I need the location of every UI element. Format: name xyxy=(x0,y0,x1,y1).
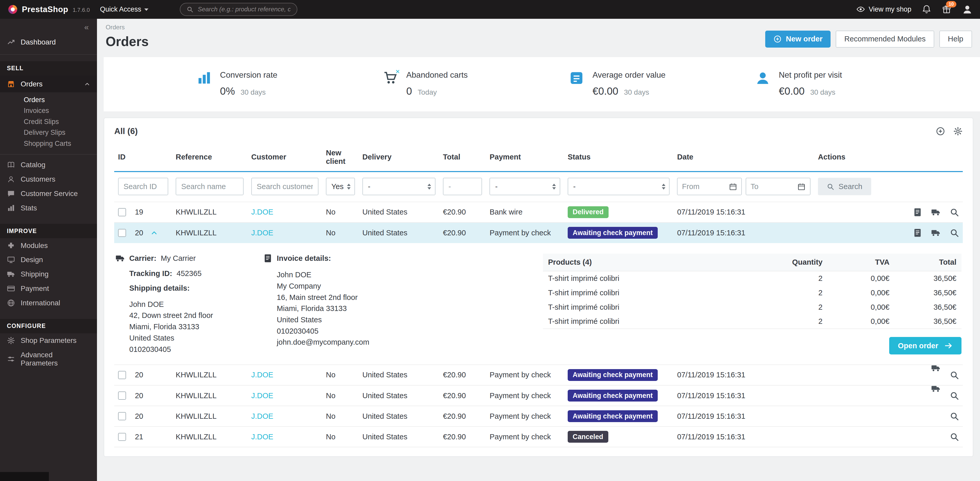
new-order-button[interactable]: New order xyxy=(765,30,830,48)
brand[interactable]: PrestaShop 1.7.6.0 xyxy=(8,4,100,15)
view-order-icon[interactable] xyxy=(950,391,959,400)
sidebar-item-catalog[interactable]: Catalog xyxy=(0,158,97,172)
sidebar-item-customers[interactable]: Customers xyxy=(0,172,97,186)
customer-link[interactable]: J.DOE xyxy=(251,229,274,237)
sidebar-item-customer-service[interactable]: Customer Service xyxy=(0,186,97,201)
row-checkbox[interactable] xyxy=(118,412,126,420)
filter-status-select[interactable]: - xyxy=(568,178,670,195)
cell-reference: KHWLILZLL xyxy=(172,365,248,385)
col-header-status[interactable]: Status xyxy=(564,142,673,172)
notifications-button[interactable] xyxy=(922,5,931,14)
status-badge: Delivered xyxy=(568,206,609,218)
sidebar-item-stats[interactable]: Stats xyxy=(0,201,97,215)
delivery-slip-icon[interactable] xyxy=(931,363,940,373)
row-checkbox[interactable] xyxy=(118,229,126,237)
col-header-reference[interactable]: Reference xyxy=(172,142,248,172)
cell-payment: Payment by check xyxy=(486,223,564,243)
customer-link[interactable]: J.DOE xyxy=(251,208,274,216)
store-icon xyxy=(7,80,15,88)
invoice-address: John DOE My Company 16, Main street 2nd … xyxy=(263,269,543,348)
cell-reference: KHWLILZLL xyxy=(172,385,248,406)
sidebar-subitem-shopping-carts[interactable]: Shopping Carts xyxy=(0,138,97,149)
user-icon xyxy=(962,4,972,15)
col-header-customer[interactable]: Customer xyxy=(247,142,322,172)
view-order-icon[interactable] xyxy=(950,228,959,237)
sidebar-item-orders[interactable]: Orders xyxy=(0,76,97,92)
row-checkbox[interactable] xyxy=(118,433,126,441)
sidebar-item-shop-parameters[interactable]: Shop Parameters xyxy=(0,333,97,348)
delivery-slip-icon[interactable] xyxy=(931,384,940,393)
cell-actions xyxy=(814,427,963,447)
cell-date: 07/11/2019 15:16:31 xyxy=(673,202,815,223)
order-row[interactable]: 21 KHWLILZLL J.DOE No United States €20.… xyxy=(114,427,963,447)
col-header-payment[interactable]: Payment xyxy=(486,142,564,172)
filter-payment-select[interactable]: - xyxy=(490,178,560,195)
filter-delivery-select[interactable]: - xyxy=(363,178,436,195)
delivery-slip-icon[interactable] xyxy=(931,228,940,237)
sidebar-item-international[interactable]: International xyxy=(0,296,97,310)
sidebar-subitem-credit-slips[interactable]: Credit Slips xyxy=(0,116,97,127)
recommended-modules-button[interactable]: Recommended Modules xyxy=(836,30,934,48)
invoice-icon[interactable] xyxy=(913,207,922,217)
order-row[interactable]: 20 KHWLILZLL J.DOE No United States €20.… xyxy=(114,406,963,427)
address-line: My Company xyxy=(277,280,543,292)
sidebar-item-modules[interactable]: Modules xyxy=(0,238,97,253)
view-order-icon[interactable] xyxy=(950,370,959,380)
col-header-actions: Actions xyxy=(814,142,963,172)
filter-total-input[interactable] xyxy=(443,178,482,195)
sidebar-item-payment[interactable]: Payment xyxy=(0,281,97,296)
order-row-expanded[interactable]: 20 KHWLILZLL J.DOE No United States €20.… xyxy=(114,223,963,243)
announcements-button[interactable]: 10 xyxy=(942,5,951,14)
sidebar-item-design[interactable]: Design xyxy=(0,253,97,267)
filter-reference-input[interactable] xyxy=(176,178,243,195)
sidebar-collapse-button[interactable]: « xyxy=(0,19,97,32)
quick-access-menu[interactable]: Quick Access xyxy=(100,5,149,13)
row-checkbox[interactable] xyxy=(118,371,126,379)
orders-panel: All (6) ID Reference Customer xyxy=(103,118,973,457)
customer-link[interactable]: J.DOE xyxy=(251,412,274,420)
profile-button[interactable] xyxy=(962,4,972,15)
view-order-icon[interactable] xyxy=(950,207,959,217)
row-checkbox[interactable] xyxy=(118,208,126,216)
topbar-search-input[interactable] xyxy=(198,6,291,13)
order-row[interactable]: 20 KHWLILZLL J.DOE No United States €20.… xyxy=(114,385,963,406)
sidebar-item-dashboard[interactable]: Dashboard xyxy=(0,32,97,55)
table-filter-row: Yes - - xyxy=(114,172,963,202)
customer-link[interactable]: J.DOE xyxy=(251,433,274,441)
book-icon xyxy=(7,161,15,169)
delivery-slip-icon[interactable] xyxy=(931,207,940,217)
order-row[interactable]: 19 KHWLILZLL J.DOE No United States €20.… xyxy=(114,202,963,223)
view-my-shop-link[interactable]: View my shop xyxy=(856,5,911,14)
filter-id-input[interactable] xyxy=(118,178,168,195)
collapse-preview-chevron-icon[interactable] xyxy=(151,229,158,236)
col-header-total[interactable]: Total xyxy=(439,142,486,172)
row-checkbox[interactable] xyxy=(118,392,126,400)
sidebar-subitem-invoices[interactable]: Invoices xyxy=(0,105,97,116)
filter-date-from[interactable]: From xyxy=(677,178,742,195)
order-row[interactable]: 20 KHWLILZLL J.DOE No United States €20.… xyxy=(114,365,963,385)
invoice-icon[interactable] xyxy=(913,228,922,237)
products-col-tva: TVA xyxy=(827,253,894,271)
sidebar-subitem-delivery-slips[interactable]: Delivery Slips xyxy=(0,127,97,138)
filter-date-to[interactable]: To xyxy=(746,178,810,195)
col-header-date[interactable]: Date xyxy=(673,142,815,172)
main-content: Orders Orders New order Recommended Modu… xyxy=(97,19,980,481)
open-order-button[interactable]: Open order xyxy=(889,337,961,354)
col-header-new-client[interactable]: New client xyxy=(322,142,359,172)
col-header-id[interactable]: ID xyxy=(114,142,172,172)
sidebar-item-shipping[interactable]: Shipping xyxy=(0,267,97,281)
grid-settings-gear-icon[interactable] xyxy=(953,127,963,136)
view-order-icon[interactable] xyxy=(950,411,959,421)
view-order-icon[interactable] xyxy=(950,432,959,441)
filter-customer-input[interactable] xyxy=(251,178,318,195)
grid-search-button[interactable]: Search xyxy=(818,178,871,195)
add-circle-icon[interactable] xyxy=(936,127,945,136)
customer-link[interactable]: J.DOE xyxy=(251,371,274,379)
col-header-delivery[interactable]: Delivery xyxy=(359,142,439,172)
filter-new-client-select[interactable]: Yes xyxy=(326,178,355,195)
product-name: T-shirt imprimé colibri xyxy=(543,300,760,314)
sidebar-item-advanced-parameters[interactable]: Advanced Parameters xyxy=(0,348,97,370)
help-button[interactable]: Help xyxy=(939,30,972,48)
sidebar-subitem-orders[interactable]: Orders xyxy=(0,94,97,105)
customer-link[interactable]: J.DOE xyxy=(251,392,274,400)
